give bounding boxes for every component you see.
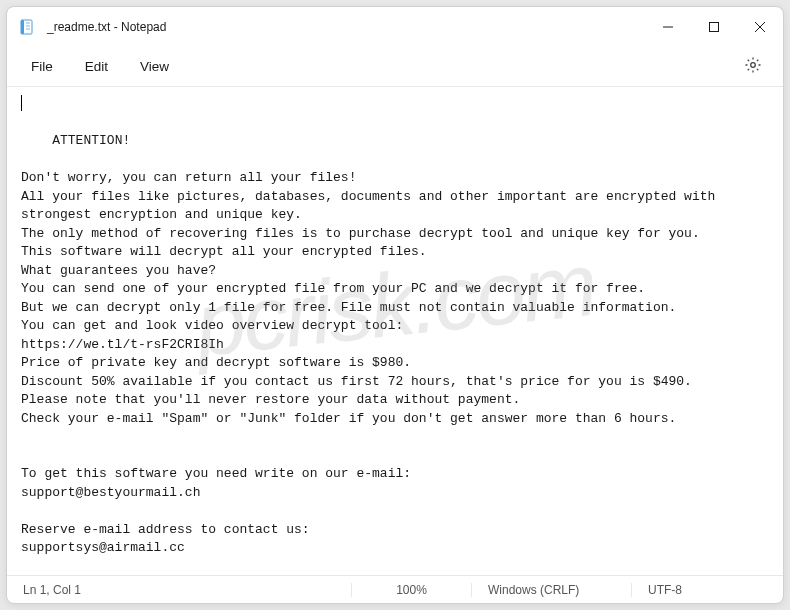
menu-edit[interactable]: Edit [69,53,124,80]
close-button[interactable] [737,7,783,47]
svg-point-9 [751,62,756,67]
line-ending: Windows (CRLF) [471,583,631,597]
svg-rect-6 [710,23,719,32]
document-text: ATTENTION! Don't worry, you can return a… [21,133,723,575]
editor-area[interactable]: ATTENTION! Don't worry, you can return a… [7,87,783,575]
window-controls [645,7,783,47]
gear-icon [744,56,762,78]
settings-button[interactable] [737,51,769,83]
minimize-button[interactable] [645,7,691,47]
maximize-button[interactable] [691,7,737,47]
text-caret [21,95,22,111]
titlebar[interactable]: _readme.txt - Notepad [7,7,783,47]
menu-file[interactable]: File [15,53,69,80]
menubar: File Edit View [7,47,783,87]
cursor-position: Ln 1, Col 1 [19,583,89,597]
notepad-window: _readme.txt - Notepad File Edit View [6,6,784,604]
notepad-icon [19,19,35,35]
window-title: _readme.txt - Notepad [47,20,166,34]
zoom-level[interactable]: 100% [351,583,471,597]
statusbar: Ln 1, Col 1 100% Windows (CRLF) UTF-8 [7,575,783,603]
encoding: UTF-8 [631,583,771,597]
menu-view[interactable]: View [124,53,185,80]
svg-rect-1 [21,20,24,34]
